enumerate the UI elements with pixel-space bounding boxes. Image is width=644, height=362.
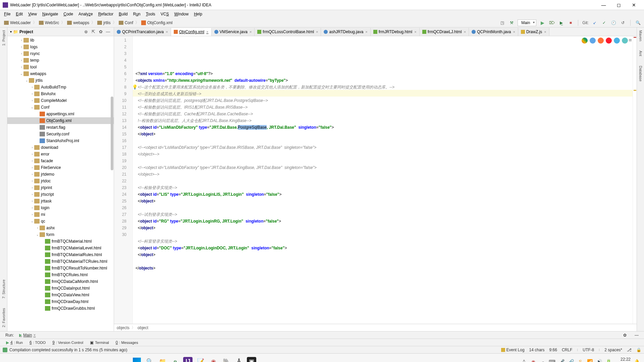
tree-node-ObjConfig-xml[interactable]: ObjConfig.xml (7, 117, 114, 124)
tool-tab-run[interactable]: ▶4: Run (3, 340, 26, 345)
tree-node-jrtprint[interactable]: ›jrtprint (7, 184, 114, 191)
vcs-update-icon[interactable]: ↙ (591, 19, 598, 26)
tree-node-AutoBuildTmp[interactable]: ›AutoBuildTmp (7, 84, 114, 90)
tree-node-frmBTQCMaterialRules-html[interactable]: frmBTQCMaterialRules.html (7, 251, 114, 258)
menu-vcs[interactable]: VCS (158, 11, 172, 17)
menu-view[interactable]: View (25, 11, 40, 17)
run-button[interactable]: ▶ (539, 19, 546, 26)
tray-app2-icon[interactable]: S (577, 359, 583, 362)
tree-node-tool[interactable]: ›tool (7, 64, 114, 70)
maximize-button[interactable]: ◻ (611, 0, 626, 10)
tree-node-frmBTQCMaterialTCRules-html[interactable]: frmBTQCMaterialTCRules.html (7, 258, 114, 265)
cursor-position[interactable]: 9:66 (549, 348, 557, 352)
tree-arrow-icon[interactable]: › (19, 52, 23, 55)
tree-node-frmQCDrawDay-html[interactable]: frmQCDrawDay.html (7, 298, 114, 305)
menu-code[interactable]: Code (61, 11, 76, 17)
vcs-history-icon[interactable]: 🕘 (610, 19, 617, 26)
indent-setting[interactable]: 2 spaces* (604, 348, 622, 352)
opera-icon[interactable] (606, 38, 612, 44)
tab-close-icon[interactable]: × (513, 30, 515, 34)
tray-app-icon[interactable]: ◉ (530, 359, 536, 362)
tree-node-mi[interactable]: ›mi (7, 211, 114, 218)
firefox-icon[interactable] (598, 38, 604, 44)
tree-node-frmQCDataView-html[interactable]: frmQCDataView.html (7, 292, 114, 298)
menu-tools[interactable]: Tools (143, 11, 158, 17)
run-hide-icon[interactable]: — (632, 333, 641, 338)
tree-arrow-icon[interactable]: ⌄ (19, 72, 23, 75)
tree-arrow-icon[interactable]: › (30, 153, 34, 156)
vcs-commit-icon[interactable]: ✓ (601, 19, 607, 26)
taskbar-search-icon[interactable]: 🔍 (145, 357, 154, 362)
menu-run[interactable]: Run (130, 11, 143, 17)
breadcrumb-part[interactable]: Conf (125, 20, 133, 25)
breadcrumb[interactable]: WebLoader 〉WebSrc 〉webapps 〉jrtlis 〉Conf… (3, 20, 174, 25)
tree-arrow-icon[interactable]: › (30, 179, 34, 183)
tree-node-restart-flag[interactable]: restart.flag (7, 124, 114, 131)
tab-close-icon[interactable]: × (365, 30, 367, 34)
tree-node-frmBTQCMaterialLevel-html[interactable]: frmBTQCMaterialLevel.html (7, 245, 114, 251)
editor-tab-VMService-java[interactable]: VMService.java× (212, 28, 255, 36)
tree-arrow-icon[interactable]: › (30, 92, 34, 96)
tree-arrow-icon[interactable]: › (30, 206, 34, 209)
tree-arrow-icon[interactable]: › (30, 193, 34, 196)
tray-mic-icon[interactable]: 🎤 (558, 359, 565, 362)
tab-close-icon[interactable]: × (166, 30, 168, 34)
editor-tab-ashJRTDebug-java[interactable]: ashJRTDebug.java× (321, 28, 370, 36)
taskbar-pgadmin-icon[interactable]: 🐘 (221, 357, 231, 362)
lock-icon[interactable]: 🔒 (636, 348, 641, 352)
breadcrumb-root[interactable]: WebLoader (10, 20, 31, 25)
tray-notifications-icon[interactable]: 🔔 (634, 359, 640, 362)
project-dropdown-icon[interactable]: 📁 (13, 29, 18, 34)
menu-window[interactable]: Window (171, 11, 191, 17)
tab-close-icon[interactable]: × (544, 30, 546, 34)
taskbar-app1-icon[interactable]: ◉ (209, 357, 218, 362)
gutter-structure[interactable]: 7: Structure (2, 278, 6, 300)
tree-arrow-icon[interactable]: › (30, 213, 34, 216)
taskbar-terminal-icon[interactable]: ▣ (247, 357, 256, 362)
tree-node-logs[interactable]: ›logs (7, 44, 114, 50)
tree-node-ashx[interactable]: ›ashx (7, 225, 114, 231)
run-coverage-button[interactable]: ▶̲ (558, 19, 565, 26)
tab-close-icon[interactable]: × (316, 30, 318, 34)
breadcrumb-file[interactable]: ObjConfig.xml (147, 20, 172, 25)
event-log-button[interactable]: Event Log (501, 348, 525, 352)
tree-node-appsettings-xml[interactable]: appsettings.xml (7, 111, 114, 117)
editor-tab-ObjConfig-xml[interactable]: ObjConfig.xml× (171, 28, 212, 36)
tool-tab-messages[interactable]: 0: Messages (112, 340, 142, 345)
menu-analyze[interactable]: Analyze (76, 11, 96, 17)
run-settings-icon[interactable]: ✿ (621, 333, 629, 338)
tray-keyboard-icon[interactable]: ⌨ (549, 359, 555, 362)
tree-arrow-icon[interactable]: › (30, 159, 34, 163)
select-opened-icon[interactable]: ⊕ (83, 29, 89, 35)
tree-node-BinAshx[interactable]: ›BinAshx (7, 90, 114, 97)
taskbar-browser-icon[interactable]: e (170, 357, 180, 362)
tree-arrow-icon[interactable]: › (19, 65, 23, 69)
tree-arrow-icon[interactable]: › (19, 59, 23, 62)
menu-file[interactable]: File (1, 11, 13, 17)
tree-node-frmQCDataCalMonth-html[interactable]: frmQCDataCalMonth.html (7, 278, 114, 285)
tree-arrow-icon[interactable]: ⌄ (25, 79, 29, 82)
tray-volume-icon[interactable]: 🔊 (596, 359, 602, 362)
taskbar-explorer-icon[interactable]: 📁 (158, 357, 167, 362)
editor-tab-frmJRTDebug-html[interactable]: frmJRTDebug.html× (371, 28, 420, 36)
tree-arrow-icon[interactable]: › (30, 85, 34, 89)
error-marker[interactable] (634, 37, 636, 38)
gutter-favorites[interactable]: 2: Favorites (2, 307, 6, 328)
tree-arrow-icon[interactable]: › (30, 146, 34, 149)
code-editor[interactable]: ⫼☰ <?xml version="1.0" encoding="utf-8"?… (133, 36, 637, 324)
breadcrumb-object[interactable]: object (138, 325, 148, 330)
tray-battery-icon[interactable]: 🔋 (605, 359, 611, 362)
tree-node-form[interactable]: ⌄form (7, 231, 114, 238)
safari-icon[interactable] (590, 38, 596, 44)
tree-arrow-icon[interactable]: › (30, 173, 34, 176)
project-header-label[interactable]: Project (19, 29, 82, 34)
tree-arrow-icon[interactable]: › (19, 45, 23, 49)
editor-tab-DrawZ-js[interactable]: DrawZ.js× (518, 28, 549, 36)
tool-tab-terminal[interactable]: ▣Terminal (87, 340, 112, 345)
taskbar-notepad-icon[interactable]: 📝 (196, 357, 205, 362)
editor-tab-frmQCLossControlBase-html[interactable]: frmQCLossControlBase.html× (255, 28, 321, 36)
edge-icon[interactable] (622, 38, 628, 44)
tree-node-jrtdemo[interactable]: ›jrtdemo (7, 171, 114, 178)
tree-arrow-icon[interactable]: ⌄ (36, 233, 40, 236)
git-branch-icon[interactable]: ⎇ (627, 348, 632, 352)
